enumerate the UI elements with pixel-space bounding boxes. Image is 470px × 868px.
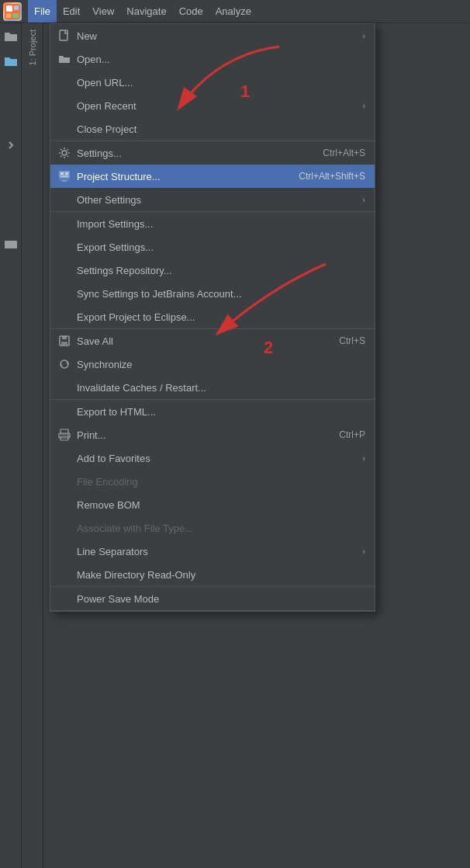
menu-item-print[interactable]: Print... Ctrl+P bbox=[50, 423, 375, 446]
menu-item-other-settings[interactable]: Other Settings › bbox=[50, 188, 375, 211]
open-folder-icon bbox=[57, 51, 72, 67]
sidebar-icon-folder2[interactable] bbox=[1, 51, 21, 71]
project-tab-label[interactable]: 1: Project bbox=[28, 30, 37, 65]
menu-view[interactable]: View bbox=[86, 0, 120, 23]
menu-item-close-project[interactable]: Close Project bbox=[50, 117, 375, 141]
associate-file-type-label: Associate with File Type... bbox=[77, 523, 365, 534]
menu-item-open[interactable]: Open... bbox=[50, 47, 375, 71]
file-dropdown-menu: New › Open... Open URL... Open Recent › … bbox=[50, 23, 375, 612]
menu-item-open-recent[interactable]: Open Recent › bbox=[50, 94, 375, 117]
menu-analyze[interactable]: Analyze bbox=[209, 0, 257, 23]
favorites-arrow: › bbox=[362, 453, 365, 463]
power-save-label: Power Save Mode bbox=[77, 593, 365, 605]
svg-rect-4 bbox=[12, 13, 19, 18]
svg-rect-15 bbox=[61, 342, 67, 345]
menu-bar: File Edit View Navigate Code Analyze bbox=[0, 0, 470, 23]
export-eclipse-label: Export Project to Eclipse... bbox=[77, 311, 365, 323]
menu-item-add-favorites[interactable]: Add to Favorites › bbox=[50, 446, 375, 470]
menu-item-synchronize[interactable]: Synchronize bbox=[50, 352, 375, 376]
open-url-label: Open URL... bbox=[77, 77, 365, 89]
settings-shortcut: Ctrl+Alt+S bbox=[323, 148, 365, 158]
open-label: Open... bbox=[77, 54, 365, 65]
menu-item-invalidate-caches[interactable]: Invalidate Caches / Restart... bbox=[50, 376, 375, 399]
open-recent-icon bbox=[57, 98, 72, 113]
open-url-icon bbox=[57, 75, 72, 90]
remove-bom-label: Remove BOM bbox=[77, 499, 365, 511]
close-project-icon bbox=[57, 121, 72, 137]
invalidate-caches-icon bbox=[57, 380, 72, 395]
other-settings-arrow: › bbox=[362, 195, 365, 204]
menu-section-2: Settings... Ctrl+Alt+S Project Structure… bbox=[50, 141, 375, 212]
make-readonly-icon bbox=[57, 567, 72, 582]
close-project-label: Close Project bbox=[77, 123, 365, 135]
menu-item-associate-file-type: Associate with File Type... bbox=[50, 516, 375, 540]
project-structure-label: Project Structure... bbox=[77, 171, 283, 182]
new-label: New bbox=[77, 30, 356, 42]
power-save-icon bbox=[57, 591, 72, 606]
new-document-icon bbox=[57, 28, 72, 43]
sync-settings-label: Sync Settings to JetBrains Account... bbox=[77, 288, 365, 300]
print-label: Print... bbox=[77, 429, 323, 441]
sidebar-icon-box[interactable] bbox=[1, 234, 21, 255]
menu-item-project-structure[interactable]: Project Structure... Ctrl+Alt+Shift+S bbox=[50, 165, 375, 188]
menu-item-export-html[interactable]: Export to HTML... bbox=[50, 400, 375, 423]
sidebar-chevron[interactable] bbox=[1, 135, 21, 155]
menu-item-line-separators[interactable]: Line Separators › bbox=[50, 540, 375, 563]
synchronize-icon bbox=[57, 356, 72, 372]
associate-file-type-icon bbox=[57, 520, 72, 536]
svg-rect-6 bbox=[60, 30, 67, 40]
menu-item-new[interactable]: New › bbox=[50, 24, 375, 47]
svg-rect-8 bbox=[59, 171, 70, 179]
print-icon bbox=[57, 427, 72, 443]
menu-item-settings-repo[interactable]: Settings Repository... bbox=[50, 259, 375, 282]
menu-item-import-settings[interactable]: Import Settings... bbox=[50, 212, 375, 235]
app-icon bbox=[3, 2, 22, 21]
menu-file[interactable]: File bbox=[28, 0, 57, 23]
svg-rect-14 bbox=[62, 336, 67, 339]
menu-item-export-settings[interactable]: Export Settings... bbox=[50, 235, 375, 259]
make-readonly-label: Make Directory Read-Only bbox=[77, 569, 365, 581]
open-recent-arrow: › bbox=[362, 101, 365, 110]
save-all-shortcut: Ctrl+S bbox=[339, 335, 365, 346]
menu-item-open-url[interactable]: Open URL... bbox=[50, 71, 375, 94]
menu-edit[interactable]: Edit bbox=[57, 0, 86, 23]
file-encoding-icon bbox=[57, 474, 72, 489]
settings-icon bbox=[57, 145, 72, 161]
svg-point-7 bbox=[62, 151, 67, 155]
other-settings-label: Other Settings bbox=[77, 194, 356, 206]
sync-settings-icon bbox=[57, 286, 72, 301]
menu-item-make-readonly[interactable]: Make Directory Read-Only bbox=[50, 563, 375, 586]
save-all-label: Save All bbox=[77, 335, 323, 347]
import-settings-label: Import Settings... bbox=[77, 218, 365, 230]
line-separators-icon bbox=[57, 543, 72, 559]
favorites-icon bbox=[57, 450, 72, 466]
menu-section-5: Export to HTML... Print... Ctrl+P Add to… bbox=[50, 400, 375, 587]
svg-rect-2 bbox=[14, 5, 19, 10]
menu-item-save-all[interactable]: Save All Ctrl+S bbox=[50, 329, 375, 352]
menu-item-export-eclipse[interactable]: Export Project to Eclipse... bbox=[50, 305, 375, 328]
svg-rect-9 bbox=[60, 172, 64, 175]
menu-item-power-save-mode[interactable]: Power Save Mode bbox=[50, 587, 375, 610]
synchronize-label: Synchronize bbox=[77, 359, 365, 370]
menu-section-6: Power Save Mode bbox=[50, 587, 375, 611]
menu-navigate[interactable]: Navigate bbox=[120, 0, 172, 23]
line-separators-label: Line Separators bbox=[77, 546, 356, 557]
save-icon bbox=[57, 333, 72, 349]
other-settings-icon bbox=[57, 192, 72, 207]
menu-item-remove-bom[interactable]: Remove BOM bbox=[50, 493, 375, 516]
menu-item-settings[interactable]: Settings... Ctrl+Alt+S bbox=[50, 141, 375, 165]
add-favorites-label: Add to Favorites bbox=[77, 453, 356, 464]
menu-section-3: Import Settings... Export Settings... Se… bbox=[50, 212, 375, 329]
menu-item-sync-settings[interactable]: Sync Settings to JetBrains Account... bbox=[50, 282, 375, 305]
svg-rect-1 bbox=[6, 5, 12, 12]
export-html-icon bbox=[57, 404, 72, 419]
remove-bom-icon bbox=[57, 497, 72, 512]
project-structure-shortcut: Ctrl+Alt+Shift+S bbox=[299, 171, 365, 182]
print-shortcut: Ctrl+P bbox=[339, 429, 365, 440]
sidebar-icon-folder[interactable] bbox=[1, 26, 21, 47]
svg-point-19 bbox=[67, 435, 69, 436]
menu-section-1: New › Open... Open URL... Open Recent › … bbox=[50, 24, 375, 141]
menu-code[interactable]: Code bbox=[173, 0, 209, 23]
line-sep-arrow: › bbox=[362, 547, 365, 556]
export-settings-icon bbox=[57, 239, 72, 255]
